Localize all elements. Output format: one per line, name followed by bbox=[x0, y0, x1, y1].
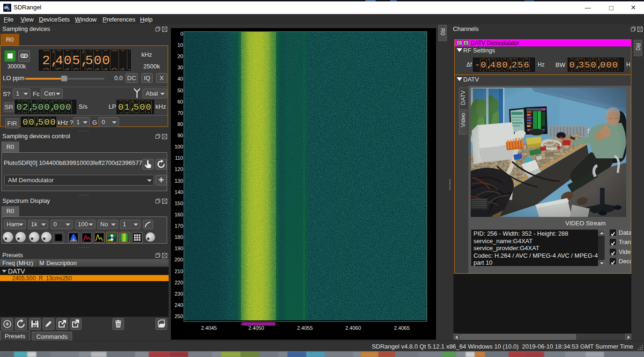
svg-text:S: S bbox=[7, 6, 10, 11]
